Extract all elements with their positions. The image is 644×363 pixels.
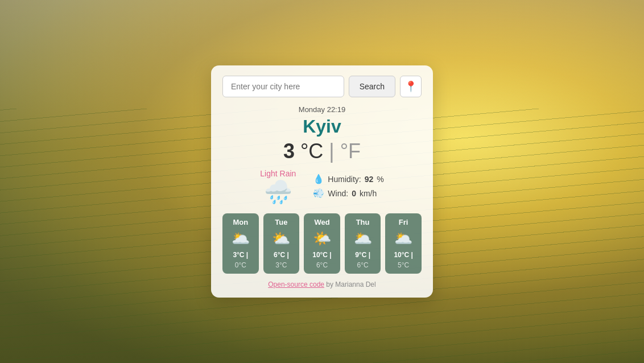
city-search-input[interactable] [222, 76, 344, 97]
forecast-day-icon: 🌤️ [313, 230, 331, 248]
condition-section: Light Rain 🌧️ [260, 169, 296, 203]
current-weather-section: Light Rain 🌧️ 💧 Humidity: 92 % 💨 Wind: 0… [222, 169, 422, 203]
forecast-day-name: Mon [233, 218, 248, 226]
forecast-high-temp: 6°C | [274, 251, 289, 259]
forecast-day-icon: 🌥️ [394, 230, 412, 248]
datetime-display: Monday 22:19 [222, 105, 422, 114]
temperature-display: 3 °C | °F [222, 139, 422, 163]
forecast-day-item: Mon 🌥️ 3°C | 0°C [222, 213, 259, 274]
forecast-day-item: Wed 🌤️ 10°C | 6°C [304, 213, 340, 274]
celsius-unit[interactable]: °C [300, 139, 323, 163]
forecast-high-temp: 9°C | [355, 251, 370, 259]
search-row: Search 📍 [222, 76, 422, 97]
forecast-day-name: Wed [314, 218, 329, 226]
forecast-day-name: Tue [275, 218, 287, 226]
forecast-section: Mon 🌥️ 3°C | 0°C Tue ⛅ 6°C | 3°C Wed 🌤️ … [222, 213, 422, 274]
footer: Open-source code by Marianna Del [222, 280, 422, 288]
forecast-high-temp: 3°C | [233, 251, 248, 259]
forecast-low-temp: 6°C [357, 261, 369, 269]
search-button[interactable]: Search [349, 76, 395, 97]
unit-separator: | [329, 139, 340, 163]
footer-suffix: by Marianna Del [324, 280, 376, 288]
stats-section: 💧 Humidity: 92 % 💨 Wind: 0 km/h [313, 174, 383, 199]
forecast-day-item: Thu 🌥️ 9°C | 6°C [345, 213, 381, 274]
forecast-low-temp: 0°C [235, 261, 246, 269]
humidity-value: 92 [365, 175, 374, 184]
forecast-day-icon: 🌥️ [232, 230, 250, 248]
humidity-unit: % [377, 175, 383, 184]
forecast-low-temp: 3°C [275, 261, 287, 269]
city-name: Kyiv [222, 116, 422, 137]
location-pin-icon: 📍 [404, 80, 417, 93]
fahrenheit-unit[interactable]: °F [340, 139, 361, 163]
wind-value: 0 [352, 189, 356, 198]
weather-icon: 🌧️ [264, 180, 292, 203]
forecast-day-name: Fri [399, 218, 408, 226]
forecast-day-icon: 🌥️ [354, 230, 372, 248]
wind-icon: 💨 [313, 188, 324, 199]
condition-label: Light Rain [260, 169, 296, 178]
humidity-icon: 💧 [313, 174, 324, 184]
location-button[interactable]: 📍 [400, 76, 422, 97]
forecast-high-temp: 10°C | [394, 251, 413, 259]
forecast-day-item: Tue ⛅ 6°C | 3°C [263, 213, 300, 274]
humidity-label: Humidity: [328, 175, 361, 184]
forecast-day-name: Thu [356, 218, 370, 226]
forecast-low-temp: 5°C [398, 261, 409, 269]
wind-row: 💨 Wind: 0 km/h [313, 188, 383, 199]
temperature-value: 3 [283, 139, 295, 163]
forecast-day-item: Fri 🌥️ 10°C | 5°C [385, 213, 422, 274]
forecast-day-icon: ⛅ [272, 230, 290, 248]
forecast-low-temp: 6°C [316, 261, 328, 269]
forecast-high-temp: 10°C | [312, 251, 332, 259]
wind-unit: km/h [360, 189, 377, 198]
weather-card: Search 📍 Monday 22:19 Kyiv 3 °C | °F Lig… [211, 65, 433, 298]
open-source-link[interactable]: Open-source code [268, 280, 324, 288]
humidity-row: 💧 Humidity: 92 % [313, 174, 383, 184]
wind-label: Wind: [328, 189, 348, 198]
